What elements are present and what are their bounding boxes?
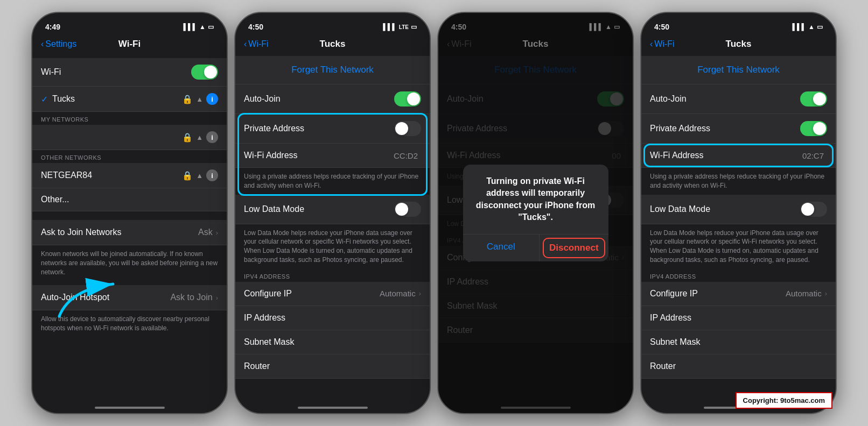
phone-1-frame: 4:49 ▌▌▌ ▲ ▭ ‹ Settings Wi-Fi xyxy=(31,12,228,414)
ask-join-row[interactable]: Ask to Join Networks Ask › xyxy=(32,220,227,245)
dialog-content: Turning on private Wi-Fi address will te… xyxy=(463,165,608,235)
hotspot-value: Ask to Join xyxy=(170,293,212,302)
low-data-toggle-2[interactable] xyxy=(394,202,421,217)
other-label: Other... xyxy=(41,195,218,204)
phone-4-status-icons: ▌▌▌ ▲ ▭ xyxy=(793,23,823,31)
phone-3-frame: 4:50 ▌▌▌ ▲ ▭ ‹ Wi-Fi Tucks xyxy=(437,12,634,414)
lock-icon-3: 🔒 xyxy=(182,171,193,181)
ipv4-header-4: IPV4 ADDRESS xyxy=(641,269,836,282)
battery-icon-4: ▭ xyxy=(817,23,823,31)
disconnect-dialog-overlay: Turning on private Wi-Fi address will te… xyxy=(438,54,633,406)
tucks-row[interactable]: ✓ Tucks 🔒 ▲ i xyxy=(32,87,227,112)
forget-btn-4[interactable]: Forget This Network xyxy=(641,56,836,84)
phone-1-back[interactable]: ‹ Settings xyxy=(41,39,76,49)
disconnect-dialog: Turning on private Wi-Fi address will te… xyxy=(463,165,608,262)
hotspot-chevron-icon: › xyxy=(216,294,218,302)
configure-ip-row-4[interactable]: Configure IP Automatic › xyxy=(641,282,836,306)
ip-address-label-4: IP Address xyxy=(650,313,827,323)
forget-btn-2[interactable]: Forget This Network xyxy=(235,56,430,84)
wifi-signal-icon: ▲ xyxy=(196,95,203,103)
netgear-row[interactable]: NETGEAR84 🔒 ▲ i xyxy=(32,163,227,188)
auto-join-label-4: Auto-Join xyxy=(650,94,800,104)
phone-3-wrapper: 4:50 ▌▌▌ ▲ ▭ ‹ Wi-Fi Tucks xyxy=(437,12,634,414)
signal-icon-2: ▌▌▌ xyxy=(383,23,397,31)
phone-2-frame: 4:50 ▌▌▌ LTE ▭ ‹ Wi-Fi Tucks xyxy=(234,12,431,414)
phone-2-status-bar: 4:50 ▌▌▌ LTE ▭ xyxy=(235,13,430,37)
tucks-label: Tucks xyxy=(52,94,182,104)
phone-2-content: Forget This Network Auto-Join Private A xyxy=(235,54,430,406)
phone-4-back[interactable]: ‹ Wi-Fi xyxy=(650,39,675,49)
low-data-desc-2: Low Data Mode helps reduce your iPhone d… xyxy=(235,224,430,269)
wifi-toggle-knob xyxy=(204,66,217,79)
hidden-info-btn[interactable]: i xyxy=(206,131,218,143)
back-chevron-icon-4: ‹ xyxy=(650,39,653,49)
auto-join-row-2[interactable]: Auto-Join xyxy=(235,84,430,114)
phone-2-back[interactable]: ‹ Wi-Fi xyxy=(244,39,269,49)
configure-ip-label-4: Configure IP xyxy=(650,289,786,299)
phone-4-nav-bar: ‹ Wi-Fi Tucks xyxy=(641,37,836,54)
phone-4-status-bar: 4:50 ▌▌▌ ▲ ▭ xyxy=(641,13,836,37)
private-address-label-2: Private Address xyxy=(244,124,394,133)
dialog-actions: Cancel Disconnect xyxy=(463,234,608,261)
phone-4-frame: 4:50 ▌▌▌ ▲ ▭ ‹ Wi-Fi Tucks xyxy=(640,12,837,414)
netgear-info-btn[interactable]: i xyxy=(206,169,218,181)
phone-1-status-icons: ▌▌▌ ▲ ▭ xyxy=(184,23,214,31)
wifi-address-label-2: Wi-Fi Address xyxy=(244,151,394,160)
ip-address-row-2: IP Address xyxy=(235,306,430,330)
private-address-row-4[interactable]: Private Address xyxy=(641,114,836,144)
back-chevron-icon-2: ‹ xyxy=(244,39,247,49)
configure-ip-value-4: Automatic xyxy=(786,289,822,298)
low-data-toggle-4[interactable] xyxy=(800,202,827,217)
hotspot-description: Allow this device to automatically disco… xyxy=(32,310,227,342)
ask-chevron-icon: › xyxy=(216,229,218,237)
cancel-button[interactable]: Cancel xyxy=(463,235,540,261)
low-data-label-2: Low Data Mode xyxy=(244,204,394,214)
phone-1-content: Wi-Fi ✓ Tucks 🔒 ▲ xyxy=(32,54,227,406)
hidden-network-row[interactable]: 🔒 ▲ i xyxy=(32,125,227,150)
private-address-toggle-4[interactable] xyxy=(800,121,827,136)
disconnect-button[interactable]: Disconnect xyxy=(543,238,605,258)
wifi-toggle[interactable] xyxy=(191,65,218,80)
auto-join-knob-4 xyxy=(813,93,826,105)
low-data-row-2[interactable]: Low Data Mode xyxy=(235,195,430,224)
other-row[interactable]: Other... xyxy=(32,188,227,211)
wifi-address-row-4: Wi-Fi Address 02:C7 xyxy=(641,144,836,168)
phone-1-nav-bar: ‹ Settings Wi-Fi xyxy=(32,37,227,54)
wifi-toggle-row[interactable]: Wi-Fi xyxy=(32,58,227,87)
private-address-toggle-2[interactable] xyxy=(394,121,421,136)
ipv4-header-2: IPV4 ADDRESS xyxy=(235,269,430,282)
hotspot-label: Auto-Join Hotspot xyxy=(41,293,170,302)
private-address-row-2[interactable]: Private Address xyxy=(235,114,430,144)
checkmark-icon: ✓ xyxy=(41,94,48,104)
tucks-info-btn[interactable]: i xyxy=(206,93,218,105)
ask-value: Ask xyxy=(198,228,213,237)
private-toggle-knob-4 xyxy=(813,122,826,135)
configure-chevron-2: › xyxy=(419,289,421,297)
auto-join-toggle-2[interactable] xyxy=(394,91,421,106)
configure-ip-row-2[interactable]: Configure IP Automatic › xyxy=(235,282,430,306)
hidden-network-icons: 🔒 ▲ i xyxy=(182,131,218,143)
configure-ip-value-2: Automatic xyxy=(380,289,416,298)
wifi-address-value-2: CC:D2 xyxy=(394,151,418,160)
phone-2-title: Tucks xyxy=(320,39,346,49)
battery-icon-2: ▭ xyxy=(411,23,417,31)
phone-2-time: 4:50 xyxy=(248,23,263,31)
hotspot-row[interactable]: Auto-Join Hotspot Ask to Join › xyxy=(32,285,227,310)
lock-icon: 🔒 xyxy=(182,94,193,104)
private-desc-4: Using a private address helps reduce tra… xyxy=(641,168,836,195)
phone-3-content: Forget This Network Auto-Join Private Ad… xyxy=(438,54,633,406)
lock-icon-2: 🔒 xyxy=(182,132,193,143)
phone-2-nav-bar: ‹ Wi-Fi Tucks xyxy=(235,37,430,54)
router-row-4: Router xyxy=(641,354,836,379)
low-data-row-4[interactable]: Low Data Mode xyxy=(641,195,836,224)
wifi-icon-3: ▲ xyxy=(196,172,203,180)
phone-3-screen: 4:50 ▌▌▌ ▲ ▭ ‹ Wi-Fi Tucks xyxy=(438,13,633,413)
copyright-box: Copyright: 9to5mac.com xyxy=(736,392,832,409)
auto-join-row-4[interactable]: Auto-Join xyxy=(641,84,836,114)
router-label-4: Router xyxy=(650,361,827,371)
screenshots-container: 4:49 ▌▌▌ ▲ ▭ ‹ Settings Wi-Fi xyxy=(20,1,848,425)
auto-join-toggle-4[interactable] xyxy=(800,91,827,106)
configure-chevron-4: › xyxy=(825,289,827,297)
phone-2-status-icons: ▌▌▌ LTE ▭ xyxy=(383,23,417,31)
ip-address-row-4: IP Address xyxy=(641,306,836,330)
